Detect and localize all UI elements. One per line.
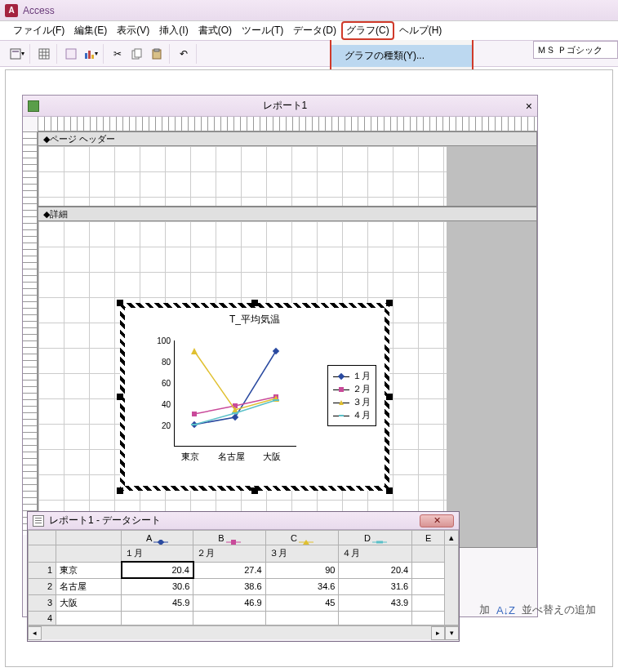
report-titlebar[interactable]: レポート1 ×	[23, 96, 537, 117]
view-dropdown-button[interactable]: ▾	[8, 45, 26, 63]
col-header[interactable]	[412, 545, 445, 563]
row-number[interactable]: 3	[29, 594, 56, 611]
font-selector[interactable]: ＭＳ Ｐゴシック	[533, 41, 618, 59]
cell[interactable]: 31.6	[339, 578, 412, 594]
resize-handle[interactable]	[386, 394, 393, 400]
chart-object[interactable]: T_平均気温 100 80 60 40 20 東京 名古屋 大阪	[120, 303, 389, 491]
legend-item[interactable]: ２月	[333, 383, 371, 395]
menu-graph[interactable]: グラフ(C)	[341, 21, 394, 40]
detail-bar[interactable]: ◆ 詳細	[38, 207, 537, 221]
table-row[interactable]: 3 大阪 45.9 46.9 45 43.9	[29, 594, 459, 611]
copy-icon[interactable]	[128, 45, 146, 63]
row-label[interactable]	[56, 611, 122, 625]
vertical-scrollbar[interactable]	[445, 545, 459, 625]
row-number[interactable]: 1	[29, 562, 56, 578]
cell[interactable]	[412, 562, 445, 578]
table-icon[interactable]	[35, 45, 53, 63]
cell[interactable]: 46.9	[193, 594, 265, 611]
cell[interactable]: 20.4	[339, 562, 412, 578]
table-row[interactable]: 1 東京 20.4 27.4 90 20.4	[29, 562, 459, 578]
datasheet-close-button[interactable]: ✕	[420, 514, 454, 527]
chart-plot-area[interactable]: 100 80 60 40 20 東京 名古屋 大阪	[149, 340, 296, 463]
horizontal-scrollbar[interactable]: ◂ ▸ ▾	[28, 625, 459, 639]
cut-icon[interactable]: ✂	[109, 45, 127, 63]
menu-view[interactable]: 表示(V)	[112, 21, 154, 40]
table-row[interactable]: 2 名古屋 30.6 38.6 34.6 31.6	[29, 578, 459, 594]
resize-handle[interactable]	[386, 300, 393, 306]
detail-section[interactable]: T_平均気温 100 80 60 40 20 東京 名古屋 大阪	[38, 221, 537, 548]
resize-handle[interactable]	[117, 487, 123, 494]
chart-title[interactable]: T_平均気温	[125, 308, 385, 332]
cell[interactable]	[412, 611, 445, 625]
cell[interactable]	[122, 611, 193, 625]
menu-data[interactable]: データ(D)	[288, 21, 341, 40]
scroll-left-button[interactable]: ◂	[28, 626, 42, 640]
legend-item[interactable]: ４月	[333, 409, 371, 421]
menu-help[interactable]: ヘルプ(H)	[394, 21, 447, 40]
cell[interactable]: 34.6	[265, 578, 339, 594]
row-label[interactable]: 東京	[56, 562, 122, 578]
cell[interactable]: 30.6	[122, 578, 193, 594]
menu-insert[interactable]: 挿入(I)	[154, 21, 193, 40]
page-header-section[interactable]	[38, 146, 537, 207]
col-header[interactable]: ３月	[265, 545, 339, 563]
cell[interactable]: 90	[265, 562, 339, 578]
table-row[interactable]: 4	[29, 611, 459, 625]
menu-chart-type[interactable]: グラフの種類(Y)...	[331, 45, 472, 67]
cell[interactable]	[193, 611, 265, 625]
vertical-ruler[interactable]	[23, 131, 38, 535]
cell[interactable]	[339, 611, 412, 625]
cell[interactable]: 20.4	[122, 562, 193, 578]
cell[interactable]	[412, 594, 445, 611]
resize-handle[interactable]	[251, 300, 258, 306]
resize-handle[interactable]	[117, 300, 123, 306]
row-label[interactable]: 名古屋	[56, 578, 122, 594]
chart-type-icon[interactable]: ▾	[82, 45, 100, 63]
resize-handle[interactable]	[251, 487, 258, 494]
scroll-down-button[interactable]: ▾	[445, 626, 459, 640]
col-letter[interactable]: A	[122, 531, 193, 545]
paste-icon[interactable]	[148, 45, 166, 63]
col-letter[interactable]: D	[339, 531, 412, 545]
legend-item[interactable]: ３月	[333, 396, 371, 408]
detail-label: 詳細	[50, 208, 68, 220]
report-close-button[interactable]: ×	[526, 100, 532, 113]
chart-area-icon[interactable]	[62, 45, 80, 63]
chart-legend[interactable]: １月 ２月 ３月 ４月	[327, 365, 376, 426]
page-header-bar[interactable]: ◆ ページ ヘッダー	[38, 131, 537, 146]
undo-icon[interactable]: ↶	[175, 45, 193, 63]
datasheet-titlebar[interactable]: レポート1 - データシート ✕	[28, 512, 459, 530]
svg-rect-9	[88, 51, 91, 59]
cell[interactable]	[265, 611, 339, 625]
legend-item[interactable]: １月	[333, 370, 371, 382]
horizontal-ruler[interactable]	[38, 117, 537, 131]
col-letter[interactable]: C	[265, 531, 339, 545]
cell[interactable]: 45.9	[122, 594, 193, 611]
legend-label: １月	[353, 370, 371, 382]
row-label[interactable]: 大阪	[56, 594, 122, 611]
col-letter[interactable]: E	[412, 531, 445, 545]
col-letter[interactable]: B	[193, 531, 265, 545]
menu-file[interactable]: ファイル(F)	[8, 21, 69, 40]
resize-handle[interactable]	[386, 487, 393, 494]
datasheet-table[interactable]: A B C D E ▴ １月 ２月 ３月 ４月 1 東京 20.4 27.4	[28, 530, 459, 625]
menu-edit[interactable]: 編集(E)	[69, 21, 112, 40]
design-canvas[interactable]: ◆ ページ ヘッダー ◆ 詳細 T_平均気温	[38, 131, 537, 548]
col-header[interactable]: １月	[122, 545, 193, 563]
col-header[interactable]: ２月	[193, 545, 265, 563]
cell[interactable]	[412, 578, 445, 594]
row-number[interactable]: 4	[29, 611, 56, 625]
resize-handle[interactable]	[117, 394, 123, 400]
scroll-up-button[interactable]: ▴	[445, 531, 459, 545]
svg-rect-12	[135, 49, 141, 57]
cell[interactable]: 45	[265, 594, 339, 611]
col-header[interactable]: ４月	[339, 545, 412, 563]
menu-tools[interactable]: ツール(T)	[237, 21, 288, 40]
cell[interactable]: 38.6	[193, 578, 265, 594]
cell[interactable]: 27.4	[193, 562, 265, 578]
menu-format[interactable]: 書式(O)	[193, 21, 237, 40]
row-number[interactable]: 2	[29, 578, 56, 594]
cell[interactable]: 43.9	[339, 594, 412, 611]
scroll-right-button[interactable]: ▸	[431, 626, 445, 640]
status-sort-hint[interactable]: 加 A↓Z 並べ替えの追加	[479, 603, 596, 617]
